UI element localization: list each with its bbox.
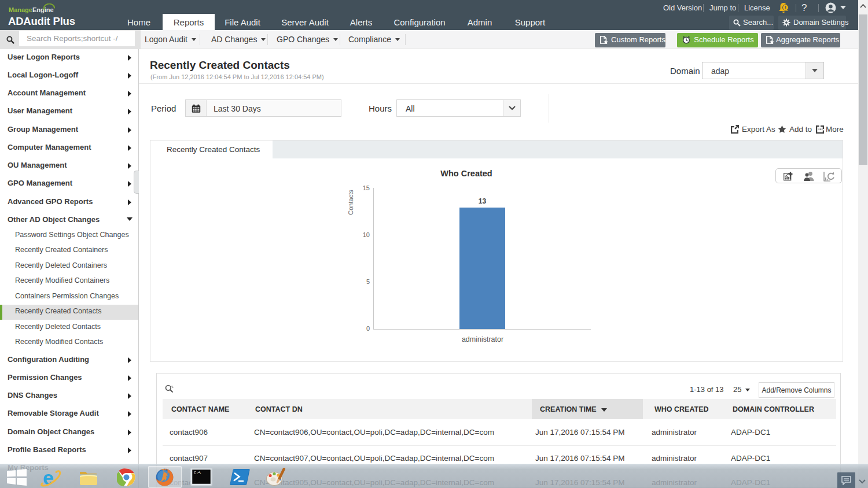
svg-text:!: !: [785, 5, 786, 10]
svg-text:C:\: C:\: [194, 471, 201, 475]
